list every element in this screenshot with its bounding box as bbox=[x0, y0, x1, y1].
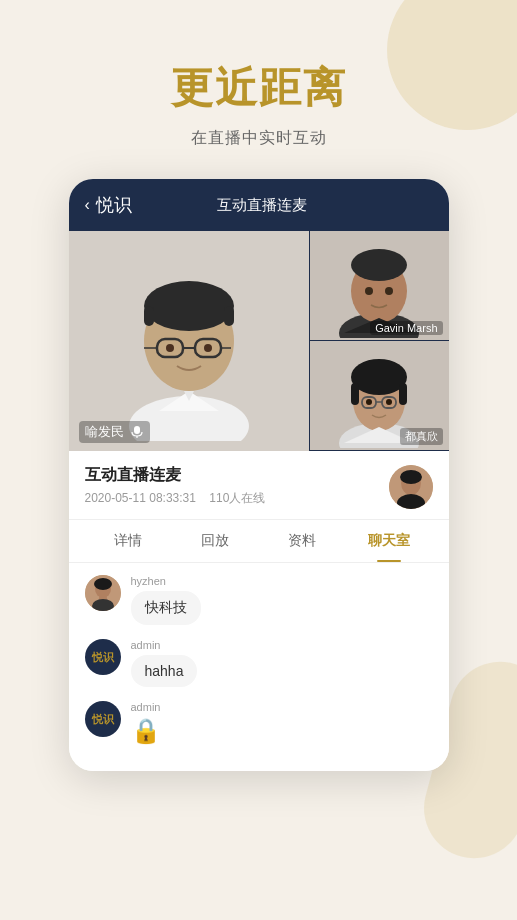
stream-title: 互动直播连麦 bbox=[85, 465, 266, 486]
host-avatar-svg bbox=[389, 465, 433, 509]
svg-rect-4 bbox=[144, 306, 154, 326]
svg-rect-25 bbox=[351, 383, 359, 405]
svg-point-31 bbox=[386, 399, 392, 405]
main-user-name: 喻发民 bbox=[85, 423, 124, 441]
tab-bar: 详情 回放 资料 聊天室 bbox=[69, 520, 449, 563]
svg-point-39 bbox=[94, 578, 112, 590]
chat-area: hyzhen 快科技 悦识 admin hahha 悦识 admin 🔒 bbox=[69, 563, 449, 771]
gavin-label: Gavin Marsh bbox=[370, 321, 442, 335]
hero-subtitle: 在直播中实时互动 bbox=[0, 128, 517, 149]
chat-message-3: 悦识 admin 🔒 bbox=[85, 701, 433, 745]
chat-message-1: hyzhen 快科技 bbox=[85, 575, 433, 625]
stream-date: 2020-05-11 08:33:31 bbox=[85, 491, 196, 505]
stream-host-avatar bbox=[389, 465, 433, 509]
tab-details[interactable]: 详情 bbox=[85, 520, 172, 562]
hyzhen-avatar-svg bbox=[85, 575, 121, 611]
svg-rect-13 bbox=[134, 426, 140, 434]
chat-content-2: admin hahha bbox=[131, 639, 198, 687]
header-logo-label: 悦识 bbox=[96, 193, 132, 217]
chat-username-2: admin bbox=[131, 639, 198, 651]
stream-info-left: 互动直播连麦 2020-05-11 08:33:31 110人在线 bbox=[85, 465, 266, 507]
svg-point-12 bbox=[204, 344, 212, 352]
header-title: 互动直播连麦 bbox=[217, 196, 307, 215]
chat-content-3: admin 🔒 bbox=[131, 701, 161, 745]
stream-viewers: 110人在线 bbox=[209, 491, 265, 505]
chat-bubble-2: hahha bbox=[131, 655, 198, 687]
side-video-gavin: Gavin Marsh bbox=[309, 231, 449, 341]
side-video-duzhenxin: 都真欣 bbox=[309, 341, 449, 451]
chat-username-3: admin bbox=[131, 701, 161, 713]
chat-bubble-3: 🔒 bbox=[131, 717, 161, 745]
svg-point-30 bbox=[366, 399, 372, 405]
phone-mockup: ‹ 悦识 互动直播连麦 bbox=[69, 179, 449, 771]
main-video-label: 喻发民 bbox=[79, 421, 150, 443]
svg-point-18 bbox=[351, 249, 407, 281]
back-chevron-icon: ‹ bbox=[85, 196, 90, 214]
chat-message-2: 悦识 admin hahha bbox=[85, 639, 433, 687]
video-grid: 喻发民 bbox=[69, 231, 449, 451]
chat-username-1: hyzhen bbox=[131, 575, 201, 587]
svg-point-20 bbox=[385, 287, 393, 295]
stream-meta: 2020-05-11 08:33:31 110人在线 bbox=[85, 490, 266, 507]
chat-bubble-1: 快科技 bbox=[131, 591, 201, 625]
svg-point-3 bbox=[144, 281, 234, 331]
back-button[interactable]: ‹ 悦识 bbox=[85, 193, 132, 217]
microphone-icon bbox=[130, 425, 144, 439]
tab-replay[interactable]: 回放 bbox=[172, 520, 259, 562]
chat-avatar-admin-2: 悦识 bbox=[85, 701, 121, 737]
duzhenxin-label: 都真欣 bbox=[400, 428, 443, 445]
svg-point-34 bbox=[400, 470, 422, 484]
app-header: ‹ 悦识 互动直播连麦 bbox=[69, 179, 449, 231]
stream-info: 互动直播连麦 2020-05-11 08:33:31 110人在线 bbox=[69, 451, 449, 520]
main-person-svg bbox=[109, 241, 269, 441]
svg-rect-5 bbox=[224, 306, 234, 326]
svg-point-24 bbox=[351, 359, 407, 395]
tab-materials[interactable]: 资料 bbox=[259, 520, 346, 562]
chat-content-1: hyzhen 快科技 bbox=[131, 575, 201, 625]
tab-chat[interactable]: 聊天室 bbox=[346, 520, 433, 562]
main-video-avatar bbox=[69, 231, 309, 451]
main-video-panel: 喻发民 bbox=[69, 231, 309, 451]
svg-point-19 bbox=[365, 287, 373, 295]
chat-avatar-admin-1: 悦识 bbox=[85, 639, 121, 675]
svg-point-11 bbox=[166, 344, 174, 352]
chat-avatar-hyzhen bbox=[85, 575, 121, 611]
svg-rect-26 bbox=[399, 383, 407, 405]
side-video-panel: Gavin Marsh bbox=[309, 231, 449, 451]
